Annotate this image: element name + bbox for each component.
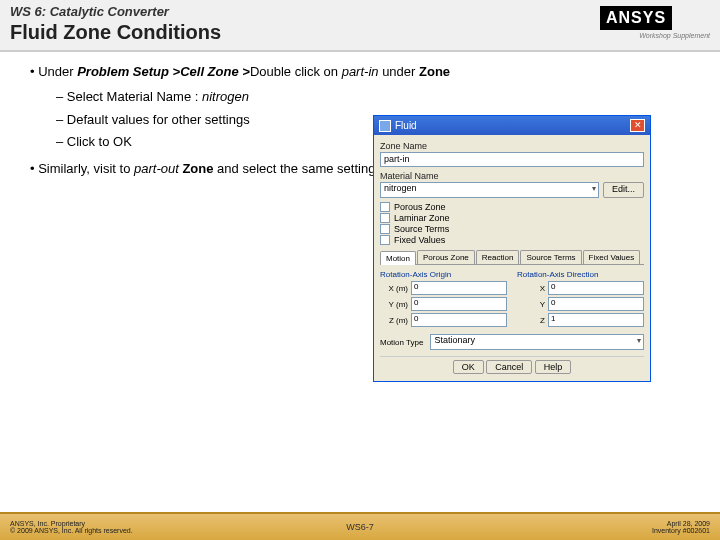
zone-name-input[interactable]: part-in bbox=[380, 152, 644, 167]
fixed-checkbox[interactable] bbox=[380, 235, 390, 245]
close-icon[interactable]: ✕ bbox=[630, 119, 645, 132]
dialog-button-row: OK Cancel Help bbox=[380, 356, 644, 375]
dir-z-input[interactable]: 1 bbox=[548, 313, 644, 327]
origin-y-input[interactable]: 0 bbox=[411, 297, 507, 311]
tab-reaction[interactable]: Reaction bbox=[476, 250, 520, 264]
zone-name-label: Zone Name bbox=[380, 141, 644, 151]
tab-porous[interactable]: Porous Zone bbox=[417, 250, 475, 264]
laminar-checkbox[interactable] bbox=[380, 213, 390, 223]
footer-left: ANSYS, Inc. Proprietary © 2009 ANSYS, In… bbox=[10, 520, 133, 534]
slide-footer: ANSYS, Inc. Proprietary © 2009 ANSYS, In… bbox=[0, 512, 720, 540]
dir-x-input[interactable]: 0 bbox=[548, 281, 644, 295]
fluid-dialog: Fluid ✕ Zone Name part-in Material Name … bbox=[373, 115, 651, 382]
origin-x-input[interactable]: 0 bbox=[411, 281, 507, 295]
dialog-title: Fluid bbox=[395, 120, 417, 131]
help-button[interactable]: Help bbox=[535, 360, 572, 374]
tab-motion[interactable]: Motion bbox=[380, 251, 416, 265]
dir-y-input[interactable]: 0 bbox=[548, 297, 644, 311]
slide-header: WS 6: Catalytic Converter Fluid Zone Con… bbox=[0, 0, 720, 52]
sub-bullet-1: – Select Material Name : nitrogen bbox=[56, 87, 700, 108]
fluid-icon bbox=[379, 120, 391, 132]
source-checkbox[interactable] bbox=[380, 224, 390, 234]
rotation-direction-group: Rotation-Axis Direction X0 Y0 Z1 bbox=[517, 270, 644, 329]
porous-checkbox[interactable] bbox=[380, 202, 390, 212]
dialog-titlebar[interactable]: Fluid ✕ bbox=[374, 116, 650, 135]
ansys-logo: ANSYS Workshop Supplement bbox=[600, 6, 710, 46]
tab-bar: Motion Porous Zone Reaction Source Terms… bbox=[380, 250, 644, 265]
tab-source[interactable]: Source Terms bbox=[520, 250, 581, 264]
motion-type-label: Motion Type bbox=[380, 338, 423, 347]
tab-fixed[interactable]: Fixed Values bbox=[583, 250, 641, 264]
cancel-button[interactable]: Cancel bbox=[486, 360, 532, 374]
material-label: Material Name bbox=[380, 171, 644, 181]
material-select[interactable]: nitrogen bbox=[380, 182, 599, 198]
footer-right: April 28, 2009 Inventory #002601 bbox=[652, 520, 710, 534]
edit-button[interactable]: Edit... bbox=[603, 182, 644, 198]
bullet-main: • Under Problem Setup >Cell Zone >Double… bbox=[30, 62, 700, 83]
logo-text: ANSYS bbox=[600, 6, 672, 30]
motion-type-select[interactable]: Stationary bbox=[430, 334, 644, 350]
checkbox-group: Porous Zone Laminar Zone Source Terms Fi… bbox=[380, 202, 644, 245]
ok-button[interactable]: OK bbox=[453, 360, 484, 374]
footer-page-number: WS6-7 bbox=[346, 522, 374, 532]
logo-subtitle: Workshop Supplement bbox=[600, 32, 710, 39]
rotation-origin-group: Rotation-Axis Origin X (m)0 Y (m)0 Z (m)… bbox=[380, 270, 507, 329]
origin-z-input[interactable]: 0 bbox=[411, 313, 507, 327]
